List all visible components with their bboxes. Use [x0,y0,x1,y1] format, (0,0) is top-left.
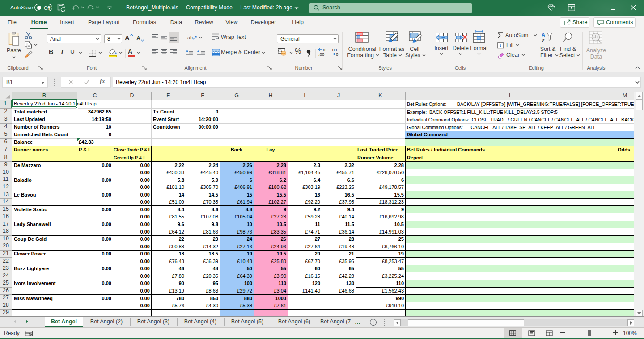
svg-text:0: 0 [336,52,338,56]
svg-text:.00: .00 [318,52,324,56]
svg-text:A: A [542,32,545,38]
svg-text:Z: Z [542,38,545,43]
svg-text:ab: ab [187,35,193,40]
